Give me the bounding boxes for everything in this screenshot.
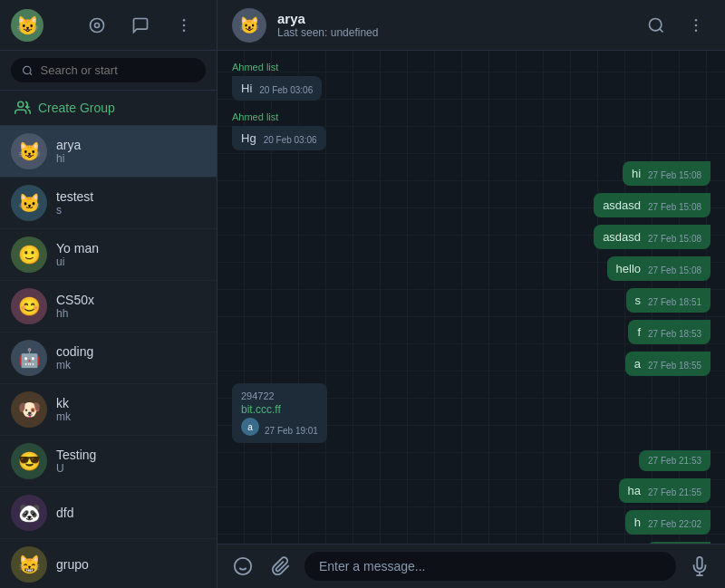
mic-icon-btn[interactable] [685, 552, 714, 581]
msg-sent-3: asdasd 27 Feb 15:08 [594, 225, 710, 249]
msg-sent-row-7: a 27 Feb 18:55 [232, 352, 710, 376]
contact-info: kk mk [56, 396, 206, 423]
link-preview-bottom: a 27 Feb 19:01 [241, 418, 318, 436]
search-icon [22, 64, 34, 77]
emoji-icon-btn[interactable] [228, 552, 257, 581]
emoji-icon [233, 556, 253, 576]
msg-time-2: 20 Feb 03:06 [264, 135, 317, 145]
chat-area: Ahmed list Hi 20 Feb 03:06 Ahmed list Hg… [218, 51, 725, 588]
contact-info: Testing U [56, 448, 206, 475]
link-preview-title: 294722 [241, 390, 318, 401]
link-preview-url: bit.ccc.ff [241, 403, 318, 416]
svg-point-5 [650, 18, 662, 30]
svg-point-15 [235, 558, 251, 574]
search-bar [0, 51, 217, 91]
contact-avatar: 😺 [11, 133, 47, 169]
msg-sent-4: hello 27 Feb 15:08 [607, 256, 710, 281]
search-input[interactable] [41, 63, 196, 77]
msg-sent-row-8: 27 Feb 21:53 [232, 450, 710, 471]
user-avatar[interactable]: 😺 [11, 9, 44, 42]
create-group-label: Create Group [38, 101, 115, 115]
msg-bubble-received: Hi 20 Feb 03:06 [232, 76, 322, 101]
contact-item[interactable]: 🐼 dfd [0, 487, 217, 539]
contact-info: testest s [56, 189, 206, 217]
contact-item[interactable]: 🐱 testest s [0, 178, 217, 229]
svg-point-4 [183, 29, 186, 32]
chat-menu-icon-btn[interactable] [682, 11, 710, 40]
svg-point-3 [183, 24, 186, 26]
msg-sent-row-10: h 27 Feb 22:02 [232, 510, 710, 535]
svg-point-0 [91, 18, 104, 32]
chat-search-icon-btn[interactable] [642, 11, 671, 40]
contact-info: coding mk [56, 344, 206, 371]
svg-point-1 [95, 23, 100, 27]
msg-bubble-received-2: Hg 20 Feb 03:06 [232, 126, 326, 150]
message-input[interactable] [304, 552, 676, 581]
attachment-icon-btn[interactable] [266, 552, 295, 581]
received-group-2: Ahmed list Hg 20 Feb 03:06 [232, 111, 710, 150]
contact-item[interactable]: 😸 grupo [0, 539, 217, 588]
received-label-1: Ahmed list [232, 62, 278, 72]
msg-sent-row-4: hello 27 Feb 15:08 [232, 256, 710, 281]
contact-item[interactable]: 😺 arya hi [0, 126, 217, 178]
contact-name: arya [56, 138, 206, 152]
contact-name: dfd [56, 506, 206, 520]
contact-item[interactable]: 🐶 kk mk [0, 384, 217, 436]
main-area: Create Group 😺 arya hi 🐱 testest s 🙂 Yo … [0, 51, 725, 588]
svg-point-10 [24, 66, 31, 73]
msg-sent-10: h 27 Feb 22:02 [625, 510, 710, 535]
top-bar: 😺 😺 arya Last seen: undefin [0, 0, 725, 51]
svg-point-9 [695, 29, 698, 32]
msg-sent-row-1: hi 27 Feb 15:08 [232, 161, 710, 186]
received-group-1: Ahmed list Hi 20 Feb 03:06 [232, 62, 710, 101]
contact-name: coding [56, 344, 206, 359]
contact-item[interactable]: 😊 CS50x hh [0, 281, 217, 333]
msg-sent-1: hi 27 Feb 15:08 [623, 161, 710, 186]
svg-line-6 [660, 28, 663, 32]
svg-point-8 [695, 24, 698, 26]
contact-avatar: 🐶 [11, 391, 47, 428]
contact-item[interactable]: 🤖 coding mk [0, 333, 217, 384]
msg-sent-9: ha 27 Feb 21:55 [619, 478, 710, 503]
contact-avatar: 😎 [11, 443, 47, 479]
chat-header-avatar: 😺 [232, 8, 266, 43]
top-bar-left: 😺 [0, 0, 218, 50]
top-bar-action-icons [82, 11, 206, 40]
contact-item[interactable]: 🙂 Yo man ui [0, 229, 217, 281]
msg-sent-row-9: ha 27 Feb 21:55 [232, 478, 710, 503]
contact-preview: mk [56, 359, 206, 371]
msg-link-preview-row: 294722 bit.ccc.ff a 27 Feb 19:01 [232, 383, 710, 443]
msg-sent-row-2: asdasd 27 Feb 15:08 [232, 193, 710, 217]
contact-name: Testing [56, 448, 206, 462]
new-chat-icon-btn[interactable] [126, 11, 155, 40]
chat-header-info: arya Last seen: undefined [277, 11, 631, 39]
contact-preview: ui [56, 255, 206, 268]
contact-info: Yo man ui [56, 241, 206, 268]
received-label-2: Ahmed list [232, 111, 278, 122]
link-preview-time: 27 Feb 19:01 [265, 426, 318, 436]
top-menu-icon-btn[interactable] [169, 11, 198, 40]
contact-item[interactable]: 😎 Testing U [0, 436, 217, 487]
msg-sent-7: a 27 Feb 18:55 [625, 352, 710, 376]
create-group-button[interactable]: Create Group [0, 91, 217, 126]
mic-icon [690, 556, 710, 576]
contact-avatar: 🤖 [11, 340, 47, 376]
top-bar-right: 😺 arya Last seen: undefined [218, 0, 725, 50]
contact-avatar: 🐼 [11, 495, 47, 531]
contact-name: testest [56, 189, 206, 204]
status-icon-btn[interactable] [82, 11, 111, 40]
chat-input-area [218, 544, 725, 588]
msg-text: Hi [241, 82, 252, 95]
contact-preview: mk [56, 410, 206, 423]
svg-point-2 [183, 18, 186, 21]
search-input-wrap[interactable] [11, 58, 206, 82]
contact-avatar: 🐱 [11, 185, 47, 221]
contact-avatar: 😊 [11, 288, 47, 324]
msg-sent-5: s 27 Feb 18:51 [626, 288, 710, 313]
link-preview: 294722 bit.ccc.ff a 27 Feb 19:01 [232, 383, 327, 443]
svg-line-11 [30, 72, 32, 74]
msg-sent-row-6: f 27 Feb 18:53 [232, 320, 710, 344]
contact-name: kk [56, 396, 206, 410]
contact-list: 😺 arya hi 🐱 testest s 🙂 Yo man ui 😊 CS50… [0, 126, 217, 588]
contact-info: dfd [56, 506, 206, 520]
